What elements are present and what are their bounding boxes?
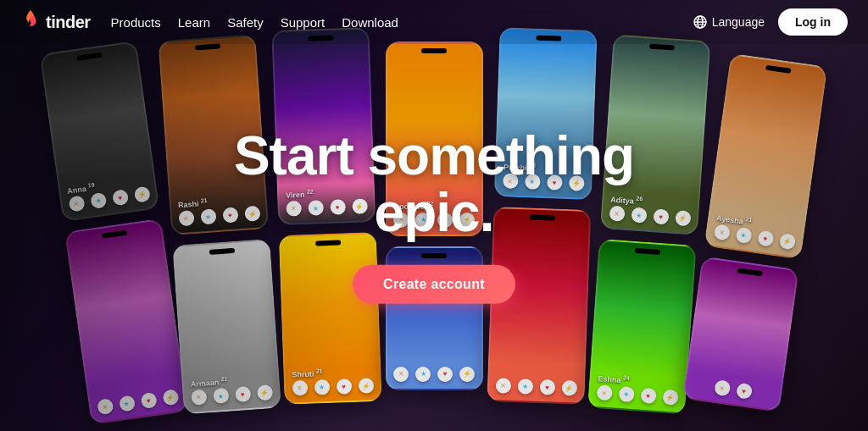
language-button[interactable]: Language bbox=[693, 15, 765, 29]
tinder-flame-icon bbox=[20, 10, 41, 34]
nav-right: Language Log in bbox=[693, 8, 848, 36]
language-label: Language bbox=[712, 15, 765, 29]
globe-icon bbox=[693, 15, 707, 29]
nav-products[interactable]: Products bbox=[111, 15, 161, 30]
nav-links: Products Learn Safety Support Download bbox=[111, 15, 693, 30]
brand-name: tinder bbox=[46, 13, 91, 32]
hero-title: Start something epic. bbox=[180, 127, 688, 240]
tinder-logo-link[interactable]: tinder bbox=[20, 10, 91, 34]
hero-content: Start something epic. Create account bbox=[180, 127, 688, 303]
nav-download[interactable]: Download bbox=[342, 15, 398, 30]
create-account-button[interactable]: Create account bbox=[353, 265, 515, 304]
nav-safety[interactable]: Safety bbox=[227, 15, 264, 30]
login-button[interactable]: Log in bbox=[778, 8, 848, 36]
nav-learn[interactable]: Learn bbox=[178, 15, 210, 30]
navbar: tinder Products Learn Safety Support Dow… bbox=[0, 0, 868, 44]
nav-support[interactable]: Support bbox=[281, 15, 326, 30]
